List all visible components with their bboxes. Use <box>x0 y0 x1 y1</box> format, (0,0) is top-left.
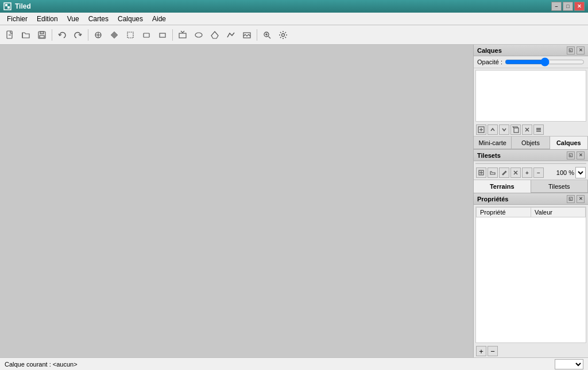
tilesets-delete-btn[interactable] <box>510 168 521 178</box>
props-remove-btn[interactable]: − <box>488 346 498 356</box>
calques-up-btn[interactable] <box>488 124 498 135</box>
tab-calques[interactable]: Calques <box>550 137 588 149</box>
status-text: Calque courant : <aucun> <box>5 361 78 368</box>
toolbar-sep-1 <box>52 29 52 41</box>
tab-mini-carte[interactable]: Mini-carte <box>474 137 512 149</box>
svg-rect-15 <box>179 33 186 38</box>
svg-rect-14 <box>160 33 165 37</box>
polygon-button[interactable] <box>207 28 222 42</box>
calques-down-btn[interactable] <box>499 124 509 135</box>
svg-point-23 <box>282 33 285 36</box>
calques-menu-btn[interactable] <box>533 124 544 135</box>
polyline-button[interactable] <box>223 28 238 42</box>
tilesets-new-btn[interactable] <box>476 168 486 178</box>
svg-rect-13 <box>144 33 149 37</box>
erase-button[interactable] <box>139 28 154 42</box>
calques-panel: Calques ◱ ✕ Opacité : <box>474 45 588 150</box>
svg-rect-2 <box>7 6 10 9</box>
title-bar-controls: – □ ✕ <box>551 2 585 11</box>
tab-tilesets[interactable]: Tilesets <box>531 180 589 193</box>
new-button[interactable] <box>2 28 17 42</box>
calques-new-btn[interactable] <box>476 124 486 135</box>
minimize-button[interactable]: – <box>551 2 562 11</box>
menu-fichier[interactable]: Fichier <box>2 13 32 25</box>
tilesets-tabs: Terrains Tilesets <box>474 180 588 193</box>
tilesets-edit-btn[interactable] <box>499 168 509 178</box>
svg-rect-12 <box>127 32 133 38</box>
menu-bar: Fichier Edition Vue Cartes Calques Aide <box>0 13 588 25</box>
zoom-in-button[interactable] <box>260 28 274 42</box>
maximize-button[interactable]: □ <box>563 2 573 11</box>
props-add-btn[interactable]: + <box>476 346 486 356</box>
calques-list <box>475 70 586 122</box>
calques-float-button[interactable]: ◱ <box>567 46 575 54</box>
props-float-button[interactable]: ◱ <box>567 195 575 203</box>
props-toolbar: + − <box>474 345 588 357</box>
calques-header-controls: ◱ ✕ <box>567 46 585 54</box>
select-button[interactable] <box>123 28 138 42</box>
calques-duplicate-btn[interactable] <box>510 124 521 135</box>
tilesets-panel: Tilesets ◱ ✕ + <box>474 150 588 193</box>
app-icon <box>3 2 11 10</box>
main-layout: Calques ◱ ✕ Opacité : <box>0 45 588 357</box>
menu-edition[interactable]: Edition <box>32 13 63 25</box>
menu-calques[interactable]: Calques <box>113 13 148 25</box>
toolbar <box>0 25 588 45</box>
redo-button[interactable] <box>71 28 86 42</box>
calques-panel-header: Calques ◱ ✕ <box>474 45 588 56</box>
tilesets-close-button[interactable]: ✕ <box>577 151 585 159</box>
calques-opacity-row: Opacité : <box>474 56 588 68</box>
calques-tabs: Mini-carte Objets Calques <box>474 136 588 149</box>
settings-button[interactable] <box>276 28 291 42</box>
props-panel-title: Propriétés <box>477 196 508 202</box>
opacity-slider[interactable] <box>505 58 585 66</box>
toolbar-sep-2 <box>88 29 88 41</box>
tilesets-panel-header: Tilesets ◱ ✕ <box>474 150 588 161</box>
insert-button[interactable] <box>175 28 190 42</box>
menu-cartes[interactable]: Cartes <box>84 13 113 25</box>
tilesets-header-controls: ◱ ✕ <box>567 151 585 159</box>
svg-rect-1 <box>5 4 7 6</box>
svg-rect-8 <box>40 36 44 38</box>
props-panel-header: Propriétés ◱ ✕ <box>474 193 588 205</box>
props-col-propriete: Propriété <box>477 208 531 217</box>
svg-rect-31 <box>536 130 541 131</box>
close-button[interactable]: ✕ <box>574 2 585 11</box>
tilesets-add-btn[interactable]: + <box>522 168 532 178</box>
props-panel: Propriétés ◱ ✕ Propriété Valeur <box>474 193 588 357</box>
props-header-controls: ◱ ✕ <box>567 195 585 203</box>
props-table-container: Propriété Valeur <box>475 207 586 343</box>
tab-objets[interactable]: Objets <box>512 137 550 149</box>
save-button[interactable] <box>34 28 49 42</box>
tilesets-float-button[interactable]: ◱ <box>567 151 575 159</box>
image-object-button[interactable] <box>239 28 254 42</box>
tilesets-zoom-select[interactable]: ▾ <box>575 167 586 178</box>
status-right <box>555 359 583 369</box>
menu-aide[interactable]: Aide <box>148 13 171 25</box>
calques-delete-btn[interactable] <box>522 124 532 135</box>
status-dropdown[interactable] <box>555 359 583 369</box>
fill-button[interactable] <box>107 28 122 42</box>
svg-rect-30 <box>536 128 541 129</box>
svg-rect-27 <box>514 128 519 133</box>
menu-vue[interactable]: Vue <box>63 13 84 25</box>
tilesets-zoom-label: 100 % <box>556 169 574 176</box>
stamp-brush-button[interactable] <box>91 28 106 42</box>
props-col-valeur: Valeur <box>531 208 586 217</box>
tab-terrains[interactable]: Terrains <box>474 180 531 193</box>
tilesets-toolbar: + − 100 % ▾ <box>474 166 588 180</box>
title-bar-left: Tiled <box>3 2 31 10</box>
props-close-button[interactable]: ✕ <box>577 195 585 203</box>
ellipse-button[interactable] <box>191 28 206 42</box>
props-table: Propriété Valeur <box>476 207 586 217</box>
undo-button[interactable] <box>55 28 69 42</box>
tilesets-minus-btn[interactable]: − <box>533 168 544 178</box>
open-button[interactable] <box>18 28 33 42</box>
rect-button[interactable] <box>155 28 170 42</box>
svg-point-16 <box>195 33 202 37</box>
calques-panel-title: Calques <box>477 47 502 54</box>
opacity-label: Opacité : <box>477 59 502 65</box>
calques-close-button[interactable]: ✕ <box>577 46 585 54</box>
tilesets-open-btn[interactable] <box>488 168 498 178</box>
app-title: Tiled <box>15 2 31 10</box>
